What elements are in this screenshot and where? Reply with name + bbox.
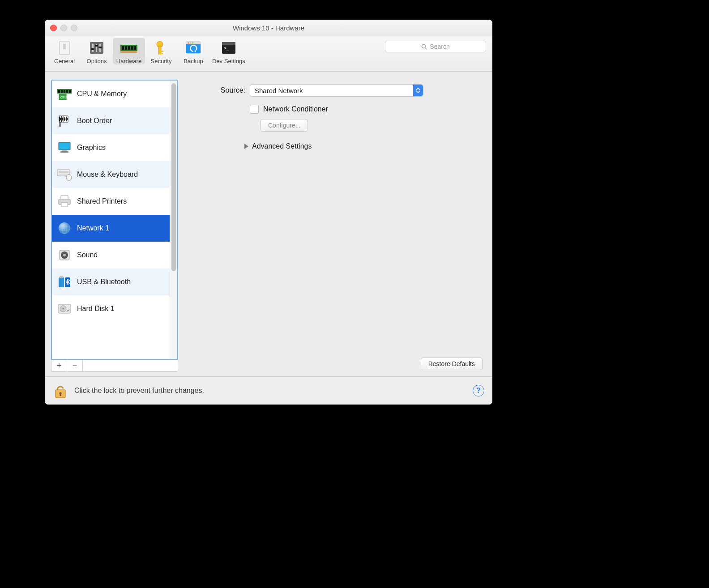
source-value: Shared Network bbox=[255, 87, 303, 94]
sidebar-scrollbar[interactable] bbox=[170, 81, 177, 359]
options-icon bbox=[87, 39, 107, 57]
sidebar-item-hard-disk-1[interactable]: Hard Disk 1 bbox=[52, 295, 170, 322]
svg-line-30 bbox=[425, 48, 427, 49]
svg-rect-27 bbox=[222, 42, 235, 45]
svg-point-47 bbox=[66, 175, 72, 181]
window-title: Windows 10 - Hardware bbox=[45, 24, 492, 32]
boot-order-icon bbox=[56, 113, 73, 129]
svg-rect-13 bbox=[131, 46, 133, 50]
configure-button[interactable]: Configure... bbox=[261, 119, 308, 132]
lock-button[interactable] bbox=[53, 382, 68, 400]
sidebar-item-mouse-keyboard[interactable]: Mouse & Keyboard bbox=[52, 161, 170, 188]
tab-options[interactable]: Options bbox=[81, 38, 113, 64]
tab-backup[interactable]: Backup bbox=[177, 38, 209, 64]
svg-point-51 bbox=[59, 222, 70, 234]
sidebar-item-sound[interactable]: Sound bbox=[52, 242, 170, 268]
tab-security[interactable]: Security bbox=[145, 38, 177, 64]
cpu-memory-icon: CPU bbox=[56, 86, 73, 102]
sidebar-item-label: Shared Printers bbox=[77, 197, 127, 205]
scrollbar-thumb[interactable] bbox=[171, 83, 176, 271]
search-icon bbox=[421, 44, 427, 50]
tab-label: Options bbox=[87, 58, 107, 64]
security-icon bbox=[151, 39, 171, 57]
general-icon bbox=[55, 39, 74, 57]
sidebar-item-label: Network 1 bbox=[77, 224, 109, 232]
svg-point-22 bbox=[188, 43, 189, 44]
dev-settings-icon: >_ bbox=[219, 39, 239, 57]
usb-bluetooth-icon bbox=[56, 274, 73, 290]
network-conditioner-label: Network Conditioner bbox=[263, 105, 328, 113]
source-select[interactable]: Shared Network bbox=[250, 84, 423, 97]
sidebar-item-cpu-memory[interactable]: CPU CPU & Memory bbox=[52, 81, 170, 107]
search-placeholder: Search bbox=[430, 43, 449, 50]
tab-hardware[interactable]: Hardware bbox=[113, 38, 145, 64]
hardware-icon bbox=[119, 39, 139, 57]
svg-rect-10 bbox=[122, 46, 124, 50]
sidebar-item-label: USB & Bluetooth bbox=[77, 278, 131, 286]
add-device-button[interactable]: + bbox=[51, 360, 67, 371]
svg-rect-35 bbox=[66, 90, 68, 93]
svg-point-23 bbox=[190, 43, 192, 44]
svg-rect-39 bbox=[59, 122, 61, 127]
tab-label: General bbox=[54, 58, 75, 64]
restore-defaults-button[interactable]: Restore Defaults bbox=[421, 358, 483, 370]
sidebar-item-graphics[interactable]: Graphics bbox=[52, 134, 170, 161]
tab-general[interactable]: General bbox=[48, 38, 81, 64]
help-button[interactable]: ? bbox=[473, 385, 484, 396]
svg-point-56 bbox=[63, 254, 66, 256]
svg-point-62 bbox=[63, 308, 64, 310]
svg-rect-7 bbox=[95, 45, 98, 47]
svg-rect-50 bbox=[61, 203, 68, 207]
close-window-button[interactable] bbox=[50, 25, 57, 31]
sidebar-item-label: CPU & Memory bbox=[77, 90, 127, 98]
svg-text:>_: >_ bbox=[224, 46, 230, 51]
svg-rect-6 bbox=[91, 48, 94, 50]
hardware-list: CPU CPU & Memory Boot Order bbox=[51, 80, 178, 360]
svg-rect-19 bbox=[161, 53, 163, 54]
svg-rect-1 bbox=[63, 44, 66, 49]
sidebar-item-shared-printers[interactable]: Shared Printers bbox=[52, 188, 170, 215]
minimize-window-button[interactable] bbox=[60, 25, 67, 31]
source-label: Source: bbox=[201, 86, 245, 94]
sidebar-item-usb-bluetooth[interactable]: USB & Bluetooth bbox=[52, 268, 170, 295]
svg-rect-40 bbox=[59, 142, 70, 150]
tab-label: Hardware bbox=[116, 58, 141, 64]
hard-disk-icon bbox=[56, 301, 73, 317]
content-area: CPU CPU & Memory Boot Order bbox=[45, 72, 492, 376]
svg-rect-32 bbox=[58, 90, 60, 93]
hardware-sidebar: CPU CPU & Memory Boot Order bbox=[51, 80, 178, 372]
sidebar-item-label: Graphics bbox=[77, 144, 106, 152]
sidebar-item-boot-order[interactable]: Boot Order bbox=[52, 107, 170, 134]
network-settings-panel: Source: Shared Network Network Condition… bbox=[183, 80, 486, 372]
sidebar-item-network-1[interactable]: Network 1 bbox=[52, 215, 170, 242]
disclosure-triangle-icon bbox=[244, 144, 248, 149]
search-input[interactable]: Search bbox=[385, 41, 486, 52]
preferences-window: Windows 10 - Hardware General Options bbox=[45, 20, 492, 405]
graphics-icon bbox=[56, 140, 73, 156]
svg-rect-66 bbox=[60, 393, 61, 396]
sidebar-item-label: Boot Order bbox=[77, 117, 112, 125]
backup-icon bbox=[184, 39, 203, 57]
svg-point-24 bbox=[192, 43, 194, 44]
select-stepper-icon bbox=[413, 85, 423, 96]
svg-rect-48 bbox=[61, 196, 68, 199]
advanced-settings-disclosure[interactable]: Advanced Settings bbox=[244, 142, 482, 150]
printer-icon bbox=[56, 193, 73, 209]
svg-rect-33 bbox=[61, 90, 63, 93]
lock-hint-text: Click the lock to prevent further change… bbox=[74, 387, 204, 395]
svg-rect-42 bbox=[60, 151, 68, 153]
zoom-window-button[interactable] bbox=[71, 25, 77, 31]
svg-rect-14 bbox=[134, 46, 136, 50]
remove-device-button[interactable]: − bbox=[67, 360, 83, 371]
network-conditioner-checkbox[interactable] bbox=[250, 105, 259, 114]
tab-dev-settings[interactable]: >_ Dev Settings bbox=[209, 38, 248, 64]
svg-rect-41 bbox=[62, 150, 67, 151]
svg-rect-34 bbox=[64, 90, 65, 93]
svg-rect-57 bbox=[59, 277, 64, 287]
svg-rect-8 bbox=[98, 47, 102, 48]
mouse-keyboard-icon bbox=[56, 166, 73, 183]
tab-label: Dev Settings bbox=[212, 58, 245, 64]
svg-rect-18 bbox=[161, 51, 163, 52]
tab-label: Security bbox=[151, 58, 172, 64]
svg-text:CPU: CPU bbox=[60, 96, 67, 99]
